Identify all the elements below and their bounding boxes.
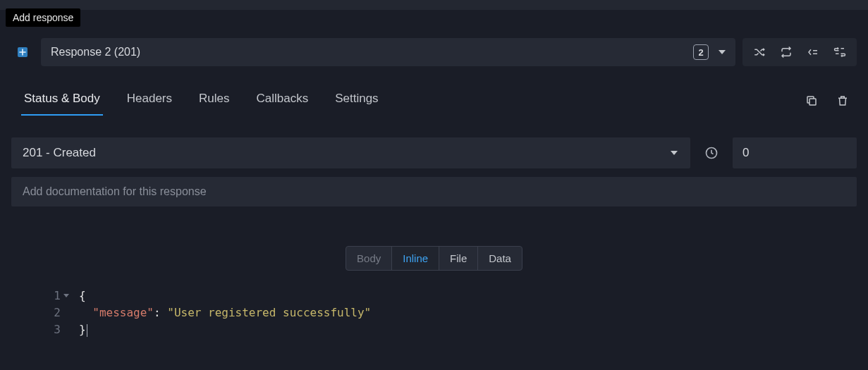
code-token: "message" xyxy=(92,306,154,319)
repeat-icon xyxy=(780,46,793,58)
plus-square-icon xyxy=(17,47,28,58)
shuffle-icon xyxy=(753,46,766,58)
status-row: 201 - Created 0 xyxy=(11,137,857,168)
body-mode-tabs: Body Inline File Data xyxy=(346,246,522,271)
line-number: 3 xyxy=(11,321,61,338)
trash-icon xyxy=(836,94,849,107)
response-count-badge[interactable]: 2 xyxy=(693,44,709,60)
shuffle-button[interactable] xyxy=(752,45,766,59)
response-name-text: Response 2 (201) xyxy=(51,46,140,58)
code-token: { xyxy=(79,289,86,302)
delay-value: 0 xyxy=(742,146,749,160)
editor-cursor xyxy=(87,324,87,337)
format-button[interactable] xyxy=(833,45,847,59)
delete-button[interactable] xyxy=(836,94,850,108)
status-code-select[interactable]: 201 - Created xyxy=(11,137,690,168)
add-response-tooltip: Add response xyxy=(6,8,80,27)
documentation-input[interactable]: Add documentation for this response xyxy=(11,177,857,206)
code-token: "User registered successfully" xyxy=(167,306,371,319)
copy-icon xyxy=(805,94,818,107)
copy-button[interactable] xyxy=(805,94,819,108)
collapse-icon xyxy=(807,46,819,58)
code-editor[interactable]: 1 2 3 { "message": "User registered succ… xyxy=(11,288,857,338)
collapse-button[interactable] xyxy=(806,45,820,59)
documentation-placeholder: Add documentation for this response xyxy=(23,185,207,198)
body-tab-file[interactable]: File xyxy=(439,247,477,270)
tabs-row: Status & Body Headers Rules Callbacks Se… xyxy=(11,86,857,116)
editor-content[interactable]: { "message": "User registered successful… xyxy=(68,288,371,338)
body-tab-data[interactable]: Data xyxy=(477,247,522,270)
repeat-button[interactable] xyxy=(779,45,793,59)
delay-input[interactable]: 0 xyxy=(733,137,857,168)
response-header-row: Response 2 (201) 2 xyxy=(11,38,857,66)
chevron-down-icon xyxy=(671,151,678,155)
body-tab-inline[interactable]: Inline xyxy=(391,247,439,270)
code-token: : xyxy=(154,306,161,319)
tab-actions xyxy=(805,94,857,108)
line-number: 2 xyxy=(11,304,61,321)
status-code-label: 201 - Created xyxy=(23,146,96,160)
delay-icon-wrap xyxy=(699,137,724,168)
tab-rules[interactable]: Rules xyxy=(196,86,232,116)
add-response-button[interactable] xyxy=(11,38,34,66)
tab-settings[interactable]: Settings xyxy=(332,86,381,116)
line-number: 1 xyxy=(11,288,61,304)
body-tab-body: Body xyxy=(346,247,391,270)
response-dropdown-caret[interactable] xyxy=(719,50,726,54)
tab-headers[interactable]: Headers xyxy=(124,86,175,116)
tab-status-body[interactable]: Status & Body xyxy=(21,86,103,116)
clock-icon xyxy=(704,146,719,160)
tab-callbacks[interactable]: Callbacks xyxy=(253,86,311,116)
response-name-input[interactable]: Response 2 (201) 2 xyxy=(41,38,735,66)
svg-rect-1 xyxy=(809,99,816,105)
window-topbar xyxy=(0,0,868,10)
editor-gutter: 1 2 3 xyxy=(11,288,68,338)
response-toolbar xyxy=(742,38,857,66)
format-icon xyxy=(833,46,846,58)
tabs: Status & Body Headers Rules Callbacks Se… xyxy=(11,86,381,116)
code-token: } xyxy=(79,323,86,336)
